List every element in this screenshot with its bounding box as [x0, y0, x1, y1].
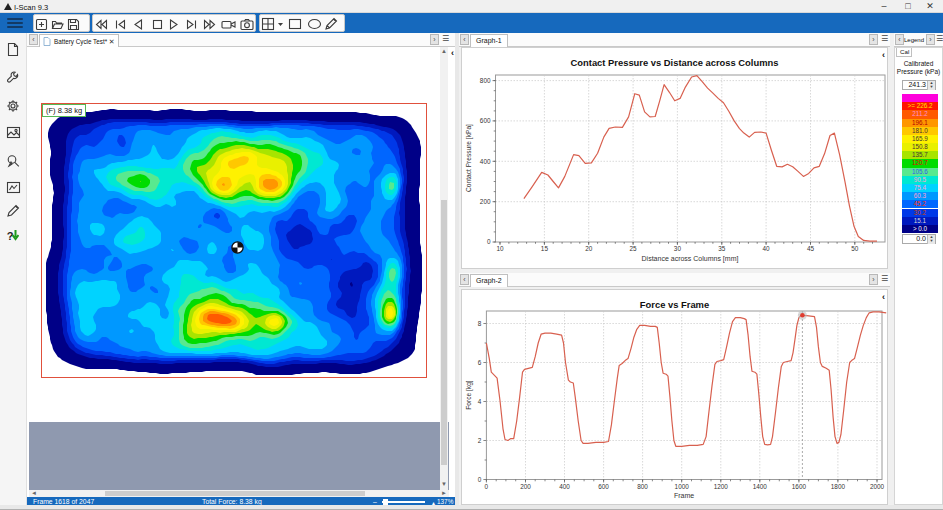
svg-text:40: 40 [763, 245, 771, 252]
svg-text:400: 400 [480, 158, 491, 165]
svg-text:35: 35 [718, 245, 726, 252]
svg-text:Distance across Columns [mm]: Distance across Columns [mm] [642, 255, 739, 263]
svg-text:800: 800 [637, 483, 648, 490]
svg-text:45: 45 [807, 245, 815, 252]
svg-text:Contact Pressure [kPa]: Contact Pressure [kPa] [465, 124, 473, 192]
svg-text:1400: 1400 [753, 483, 768, 490]
svg-text:6: 6 [478, 359, 482, 366]
svg-text:4: 4 [478, 398, 482, 405]
svg-text:20: 20 [585, 245, 593, 252]
svg-text:600: 600 [598, 483, 609, 490]
svg-text:800: 800 [480, 77, 491, 84]
svg-text:2: 2 [478, 437, 482, 444]
svg-text:400: 400 [559, 483, 570, 490]
svg-text:200: 200 [520, 483, 531, 490]
svg-text:Force [kg]: Force [kg] [465, 380, 473, 409]
svg-text:1600: 1600 [792, 483, 807, 490]
svg-text:1200: 1200 [714, 483, 729, 490]
svg-text:Frame: Frame [674, 492, 694, 499]
svg-text:2000: 2000 [870, 483, 885, 490]
svg-text:1800: 1800 [831, 483, 846, 490]
svg-text:10: 10 [496, 245, 504, 252]
svg-text:200: 200 [480, 198, 491, 205]
svg-text:25: 25 [630, 245, 638, 252]
svg-text:600: 600 [480, 117, 491, 124]
svg-text:8: 8 [478, 320, 482, 327]
svg-text:15: 15 [541, 245, 549, 252]
svg-text:0: 0 [485, 483, 489, 490]
svg-text:0: 0 [478, 476, 482, 483]
svg-text:30: 30 [674, 245, 682, 252]
svg-text:0: 0 [487, 238, 491, 245]
svg-text:50: 50 [851, 245, 859, 252]
svg-text:1000: 1000 [675, 483, 690, 490]
